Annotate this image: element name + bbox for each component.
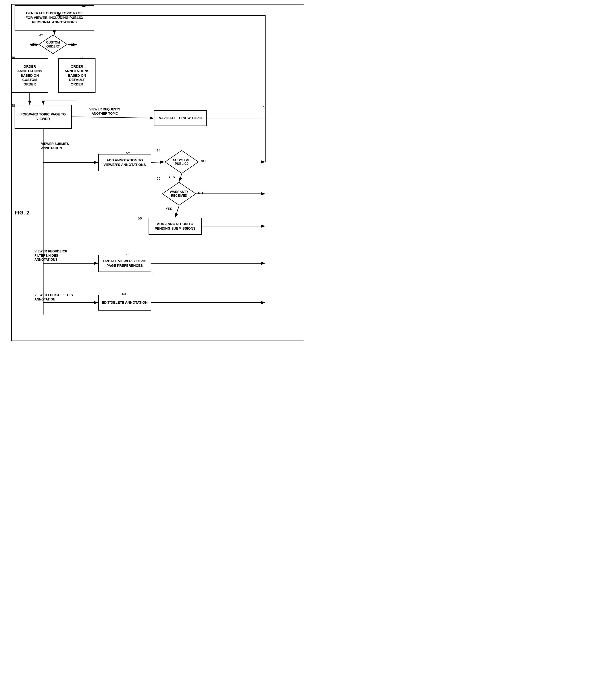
node-52: ADD ANNOTATION TO VIEWER'S ANNOTATIONS	[98, 154, 151, 171]
label-50: 50	[263, 105, 266, 109]
label-60: 60	[122, 292, 126, 296]
diamond-42-label: CUSTOMORDER?	[46, 41, 60, 48]
diamond-55: WARRANTYRECEIVED	[162, 182, 196, 206]
label-40: 40	[82, 4, 86, 8]
viewer-requests-label: VIEWER REQUESTSANOTHER TOPIC	[78, 108, 131, 116]
viewer-reorders-label: VIEWER REORDERS/FILTERS/HIDESANNOTATIONS	[35, 250, 85, 262]
viewer-submits-label: VIEWER SUBMITSANNOTATION	[41, 142, 91, 150]
node-46-label: ORDER ANNOTATIONS BASED ON CUSTOM ORDER	[17, 64, 42, 87]
viewer-edits-label: VIEWER EDITS/DELETESANNOTATION	[35, 293, 85, 302]
node-58: UPDATE VIEWER'S TOPIC PAGE PREFERENCES	[98, 255, 151, 272]
label-52: 52	[126, 151, 130, 155]
no1-label: NO	[69, 43, 74, 47]
label-44: 44	[80, 56, 83, 60]
label-42: 42	[39, 33, 43, 37]
node-50: NAVIGATE TO NEW TOPIC	[154, 110, 207, 126]
node-44-label: ORDER ANNOTATIONS BASED ON DEFAULT ORDER	[64, 64, 89, 87]
label-55: 55	[156, 176, 160, 180]
node-52-label: ADD ANNOTATION TO VIEWER'S ANNOTATIONS	[104, 158, 146, 167]
node-60-label: EDIT/DELETE ANNOTATION	[102, 300, 148, 305]
node-46: ORDER ANNOTATIONS BASED ON CUSTOM ORDER	[11, 58, 48, 93]
node-40: GENERATE CUSTOM TOPIC PAGE FOR VIEWER, I…	[15, 5, 94, 30]
no3-label: NO	[198, 191, 203, 195]
label-58: 58	[125, 252, 128, 256]
node-56: ADD ANNOTATION TO PENDING SUBMISSIONS	[149, 218, 202, 235]
node-48-label: FORWARD TOPIC PAGE TO VIEWER	[20, 112, 66, 121]
node-40-label: GENERATE CUSTOM TOPIC PAGE FOR VIEWER, I…	[25, 11, 83, 25]
no2-label: NO	[201, 159, 205, 164]
fig-label: FIG. 2	[15, 210, 29, 216]
node-50-label: NAVIGATE TO NEW TOPIC	[159, 116, 202, 121]
label-48: 48	[11, 104, 15, 108]
label-56: 56	[138, 216, 142, 220]
yes2-label: YES	[169, 175, 175, 179]
node-56-label: ADD ANNOTATION TO PENDING SUBMISSIONS	[155, 222, 196, 231]
label-54: 54	[156, 149, 160, 153]
yes3-label: YES	[166, 207, 172, 211]
diamond-42: CUSTOMORDER?	[39, 35, 68, 55]
node-58-label: UPDATE VIEWER'S TOPIC PAGE PREFERENCES	[103, 259, 146, 268]
diamond-54: SUBMIT ASPUBLIC?	[164, 150, 199, 174]
node-44: ORDER ANNOTATIONS BASED ON DEFAULT ORDER	[58, 58, 95, 93]
label-46: 46	[11, 56, 15, 60]
diamond-54-label: SUBMIT ASPUBLIC?	[173, 158, 191, 166]
yes1-label: YES	[30, 43, 37, 47]
node-48: FORWARD TOPIC PAGE TO VIEWER	[15, 105, 72, 129]
diamond-55-label: WARRANTYRECEIVED	[170, 190, 188, 198]
node-60: EDIT/DELETE ANNOTATION	[98, 295, 151, 310]
